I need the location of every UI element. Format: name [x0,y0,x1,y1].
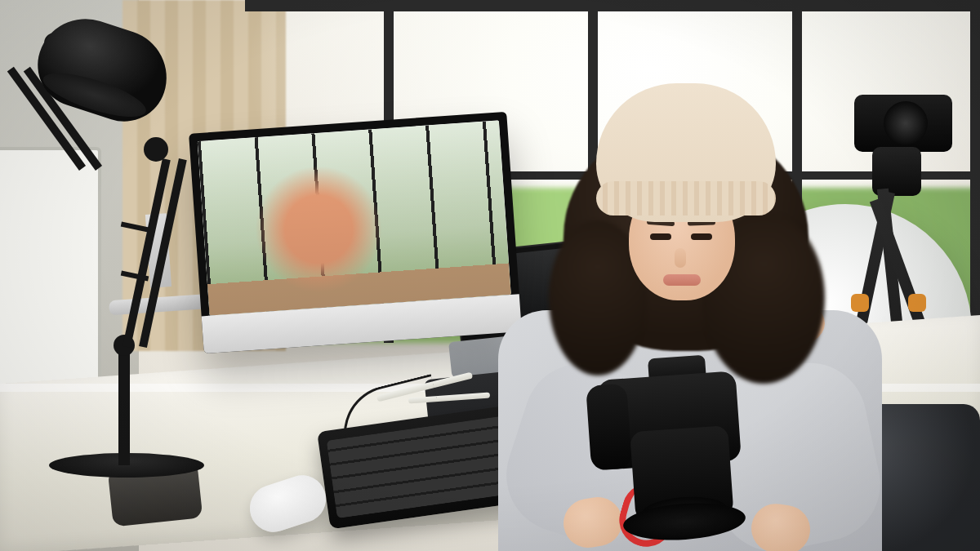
eye [650,233,671,240]
beanie-hat [596,83,776,222]
desktop-monitor [189,112,522,354]
window-frame [245,0,980,11]
nose [675,248,686,268]
camera-grip [586,384,632,471]
lips [663,274,701,286]
eye [691,233,712,240]
monitor-bezel [189,112,522,354]
desk-container [108,460,203,527]
photograph-scene [0,0,980,551]
dslr-camera [563,344,777,513]
window-frame [970,0,980,343]
monitor-stand [127,212,191,314]
monitor-display [198,120,511,315]
on-screen-photo [198,120,511,315]
